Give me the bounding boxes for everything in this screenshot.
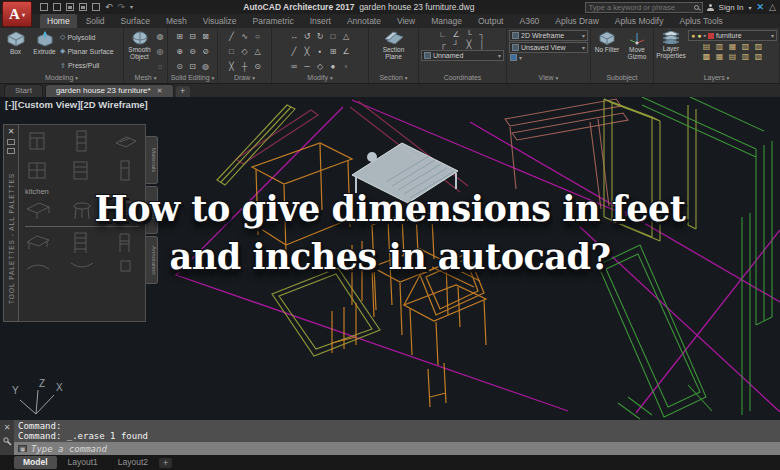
layer-tool-icon[interactable]: ▨ (754, 42, 764, 51)
ribbon-tab[interactable]: A360 (512, 14, 546, 28)
wrench-icon[interactable] (3, 437, 12, 446)
layer-tool-icon[interactable]: ▧ (741, 42, 751, 51)
draw-tool-icon[interactable]: △ (253, 47, 263, 56)
palette-tool-icon[interactable] (25, 129, 51, 155)
panel-label-subobject[interactable]: Subobject (591, 73, 653, 83)
sign-in-dropdown-icon[interactable]: ▾ (749, 4, 752, 11)
palette-tool-icon[interactable] (69, 129, 95, 155)
ribbon-tab[interactable]: Parametric (246, 14, 301, 28)
sign-in-button[interactable]: Sign In (719, 3, 744, 12)
solid-editing-tool-icon[interactable]: ⊘ (201, 47, 211, 56)
mesh-tool-icon[interactable]: ◎ (155, 47, 165, 56)
redo-icon[interactable]: ↷ (118, 3, 126, 11)
open-file-icon[interactable] (53, 3, 61, 11)
panel-label-layers[interactable]: Layers ▾ (654, 73, 779, 83)
layer-dropdown[interactable]: ● ● ▪ furniture ▾ (688, 30, 777, 41)
layer-lock-icon[interactable]: ▪ (703, 32, 705, 39)
save-as-icon[interactable] (79, 3, 87, 11)
draw-tool-icon[interactable]: ◇ (240, 47, 250, 56)
visual-style-dropdown[interactable]: 2D Wireframe ▾ (509, 30, 588, 41)
box-button[interactable]: Box (2, 30, 29, 73)
layer-tool-icon[interactable]: ▤ (702, 42, 712, 51)
section-plane-button[interactable]: Section Plane (374, 30, 414, 73)
modify-tool-icon[interactable]: ↻ (315, 32, 325, 41)
draw-tool-icon[interactable]: ⊙ (253, 62, 263, 71)
solid-editing-tool-icon[interactable]: ⊡ (188, 62, 198, 71)
command-history[interactable]: Command: Command: _.erase 1 found (14, 420, 780, 442)
layout-tab-model[interactable]: Model (14, 456, 57, 469)
press-pull-button[interactable]: ⇧Press/Pull (60, 62, 114, 70)
draw-tool-icon[interactable]: ┼ (240, 62, 250, 71)
polysolid-button[interactable]: ◇Polysolid (60, 33, 114, 41)
move-gizmo-button[interactable]: Move Gizmo (624, 30, 651, 73)
modify-tool-icon[interactable]: ∠ (341, 47, 351, 56)
mesh-tool-icon[interactable]: ◌ (155, 62, 165, 71)
draw-tool-icon[interactable]: ╱ (227, 32, 237, 41)
command-input[interactable] (31, 444, 776, 454)
layer-color-swatch[interactable] (708, 33, 714, 39)
search-input[interactable] (589, 3, 694, 12)
panel-label-modeling[interactable]: Modeling ▾ (0, 73, 123, 83)
close-icon[interactable]: ✕ (4, 423, 11, 432)
layer-tool-icon[interactable]: ▩ (702, 52, 712, 61)
solid-editing-tool-icon[interactable]: ⊟ (188, 32, 198, 41)
draw-tool-icon[interactable]: ○ (253, 32, 263, 41)
layer-tool-icon[interactable]: ▥ (715, 42, 725, 51)
draw-tool-icon[interactable]: ∿ (240, 32, 250, 41)
layer-tool-icon[interactable]: ▦ (715, 52, 725, 61)
ribbon-tab[interactable]: Mesh (159, 14, 194, 28)
solid-editing-tool-icon[interactable]: ⊞ (175, 32, 185, 41)
ucs-tool-icon[interactable]: └ (464, 30, 474, 39)
layout-tab-layout1[interactable]: Layout1 (59, 456, 107, 469)
solid-editing-tool-icon[interactable]: ◍ (201, 62, 211, 71)
named-ucs-dropdown[interactable]: Unnamed ▾ (421, 50, 504, 61)
ucs-tool-icon[interactable]: ╳ (464, 40, 474, 49)
plot-icon[interactable] (92, 3, 100, 11)
palette-tool-icon[interactable] (25, 158, 51, 184)
file-tab-start[interactable]: Start (4, 84, 43, 97)
ucs-tool-icon[interactable]: │ (477, 40, 487, 49)
modify-tool-icon[interactable]: ↺ (302, 32, 312, 41)
modify-tool-icon[interactable]: ═ (289, 62, 299, 71)
layer-thaw-icon[interactable]: ● (697, 32, 701, 39)
chevron-down-icon[interactable]: ▾ (519, 54, 522, 61)
layer-tool-icon[interactable]: ▧ (754, 52, 764, 61)
search-icon[interactable] (694, 5, 699, 10)
close-icon[interactable]: ✕ (8, 127, 15, 136)
undo-icon[interactable]: ↶ (105, 3, 113, 11)
draw-tool-icon[interactable]: □ (227, 47, 237, 56)
panel-label-modify[interactable]: Modify ▾ (272, 73, 368, 83)
panel-label-view[interactable]: View ▾ (507, 73, 590, 83)
autohide-icon[interactable] (7, 139, 15, 145)
solid-editing-tool-icon[interactable]: ⊖ (188, 47, 198, 56)
smooth-object-button[interactable]: Smooth Object (126, 30, 153, 73)
save-icon[interactable] (66, 3, 74, 11)
panel-label-section[interactable]: Section ▾ (369, 73, 418, 83)
ucs-tool-icon[interactable]: ┘ (451, 40, 461, 49)
ucs-tool-icon[interactable]: ┐ (477, 30, 487, 39)
ribbon-tab[interactable]: Surface (114, 14, 157, 28)
panel-label-coordinates[interactable]: Coordinates (419, 73, 506, 83)
mesh-tool-icon[interactable]: ◍ (155, 32, 165, 41)
layer-tool-icon[interactable]: ▦ (728, 42, 738, 51)
viewport-config-icon[interactable] (510, 54, 517, 61)
infocenter-search[interactable] (585, 2, 703, 13)
draw-tool-icon[interactable]: ╳ (227, 62, 237, 71)
ribbon-tab[interactable]: Output (471, 14, 511, 28)
ucs-tool-icon[interactable]: ∟ (438, 30, 448, 39)
panel-label-mesh[interactable]: Mesh ▾ (124, 73, 167, 83)
solid-editing-tool-icon[interactable]: ⊠ (201, 32, 211, 41)
exchange-apps-icon[interactable]: ✕ (757, 2, 765, 12)
modify-tool-icon[interactable]: ╱ (289, 47, 299, 56)
ribbon-tab[interactable]: Home (40, 14, 77, 28)
layer-on-icon[interactable]: ● (691, 32, 695, 39)
layout-tab-layout2[interactable]: Layout2 (109, 456, 157, 469)
ribbon-tab[interactable]: Visualize (196, 14, 244, 28)
palette-tool-icon[interactable] (113, 129, 139, 155)
modify-tool-icon[interactable]: ▫ (341, 62, 351, 71)
planar-surface-button[interactable]: ◈Planar Surface (60, 47, 114, 55)
modify-tool-icon[interactable]: ╳ (302, 47, 312, 56)
viewport-controls[interactable]: [-][Custom View][2D Wireframe] (5, 99, 148, 110)
layer-tool-icon[interactable]: ▥ (741, 52, 751, 61)
modify-tool-icon[interactable]: ● (328, 62, 338, 71)
